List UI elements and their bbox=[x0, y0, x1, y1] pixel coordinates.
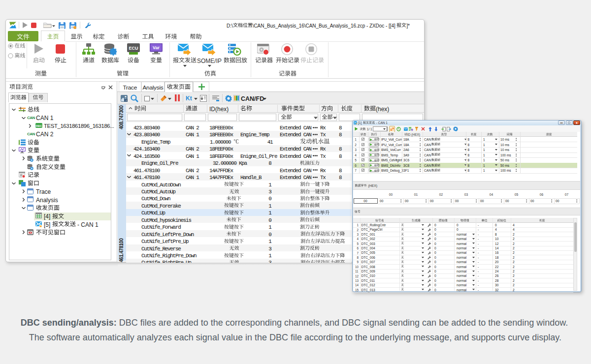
svg-text:DBC: DBC bbox=[36, 124, 43, 127]
svg-text:Var: Var bbox=[153, 45, 160, 50]
svg-text:i: i bbox=[126, 99, 127, 102]
svg-text:ECU: ECU bbox=[129, 46, 138, 51]
